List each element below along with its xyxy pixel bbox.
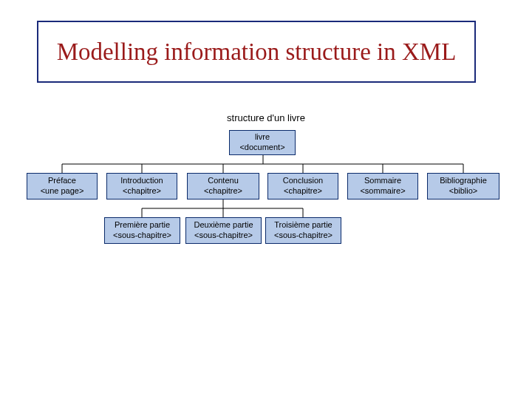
node-contenu: Contenu <chapitre> — [187, 173, 259, 200]
node-introduction: Introduction <chapitre> — [106, 173, 177, 200]
node-preface: Préface <une page> — [27, 173, 98, 200]
node-tag: <une page> — [41, 186, 84, 195]
node-label: Troisième partie — [274, 220, 332, 229]
node-bibliographie: Bibliographie <biblio> — [427, 173, 499, 200]
node-label: Première partie — [115, 220, 170, 229]
page-title: Modelling information structure in XML — [37, 21, 476, 83]
node-tag: <chapitre> — [204, 186, 242, 195]
diagram-caption: structure d'un livre — [0, 112, 532, 123]
node-sommaire: Sommaire <sommaire> — [347, 173, 418, 200]
node-tag: <chapitre> — [284, 186, 322, 195]
node-premiere-partie: Première partie <sous-chapitre> — [104, 217, 180, 244]
node-tag: <document> — [239, 143, 284, 151]
node-label: Préface — [48, 176, 76, 185]
node-label: Introduction — [120, 176, 163, 185]
node-root: livre <document> — [229, 130, 296, 155]
node-tag: <sous-chapitre> — [274, 231, 332, 239]
node-conclusion: Conclusion <chapitre> — [267, 173, 338, 200]
node-tag: <sous-chapitre> — [194, 231, 253, 239]
node-tag: <sous-chapitre> — [113, 231, 171, 239]
node-tag: <sommaire> — [360, 186, 405, 195]
node-troisieme-partie: Troisième partie <sous-chapitre> — [265, 217, 341, 244]
node-label: Sommaire — [364, 176, 401, 185]
node-label: Contenu — [208, 176, 239, 185]
node-label: livre — [255, 132, 270, 141]
node-deuxieme-partie: Deuxième partie <sous-chapitre> — [185, 217, 262, 244]
node-label: Bibliographie — [440, 176, 487, 185]
title-text: Modelling information structure in XML — [57, 38, 457, 65]
node-label: Deuxième partie — [194, 220, 253, 229]
node-tag: <chapitre> — [123, 186, 161, 195]
node-tag: <biblio> — [449, 186, 478, 195]
node-label: Conclusion — [283, 176, 323, 185]
